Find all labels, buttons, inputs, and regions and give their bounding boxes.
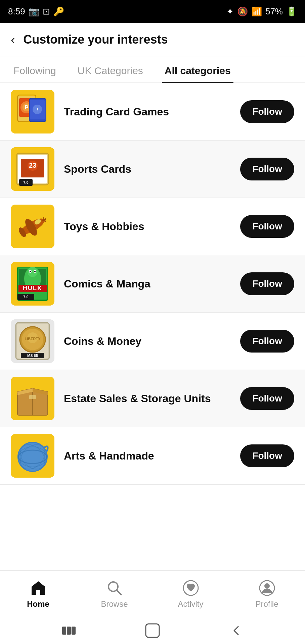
svg-point-34 xyxy=(30,271,31,272)
category-thumb-estate xyxy=(11,377,54,420)
cast-icon: ⊡ xyxy=(43,6,50,17)
back-button[interactable]: ‹ xyxy=(11,33,15,46)
key-icon: 🔑 xyxy=(53,6,64,17)
nav-item-home[interactable]: Home xyxy=(0,576,76,612)
status-left: 8:59 📷 ⊡ 🔑 xyxy=(8,6,64,17)
category-name-arts: Arts & Handmade xyxy=(64,450,240,462)
category-name-estate: Estate Sales & Storage Units xyxy=(64,392,240,405)
bottom-nav: Home Browse Activity Profile xyxy=(0,570,305,617)
svg-text:P: P xyxy=(25,105,29,110)
category-thumb-comics: HULK 7.0 xyxy=(11,262,54,306)
category-name-sports: Sports Cards xyxy=(64,163,240,175)
tab-following[interactable]: Following xyxy=(11,65,59,83)
svg-rect-68 xyxy=(72,627,76,635)
status-bar: 8:59 📷 ⊡ 🔑 ✦ 🔕 📶 57% 🔋 xyxy=(0,0,305,23)
svg-rect-69 xyxy=(146,624,159,637)
battery-text: 57% xyxy=(265,6,283,17)
svg-rect-67 xyxy=(67,627,71,635)
svg-text:7.0: 7.0 xyxy=(23,180,28,184)
follow-button-toys[interactable]: Follow xyxy=(240,215,294,238)
home-button[interactable] xyxy=(144,622,161,639)
nav-label-home: Home xyxy=(27,599,49,609)
list-item: P ! Trading Card Games Follow xyxy=(0,83,305,141)
status-right: ✦ 🔕 📶 57% 🔋 xyxy=(226,6,297,17)
svg-text:LIBERTY: LIBERTY xyxy=(25,337,41,341)
list-item: 23 7.0 Sports Cards Follow xyxy=(0,141,305,198)
category-name-toys: Toys & Hobbies xyxy=(64,220,240,233)
svg-rect-53 xyxy=(29,395,36,399)
follow-button-sports[interactable]: Follow xyxy=(240,158,294,180)
category-thumb-toys xyxy=(11,205,54,248)
svg-point-31 xyxy=(28,267,38,277)
nav-label-profile: Profile xyxy=(255,599,278,609)
bluetooth-icon: ✦ xyxy=(226,6,234,17)
svg-text:7.0: 7.0 xyxy=(23,295,28,299)
search-icon xyxy=(106,579,123,597)
nav-item-activity[interactable]: Activity xyxy=(152,576,229,612)
svg-point-65 xyxy=(264,583,270,589)
list-item: Toys & Hobbies Follow xyxy=(0,198,305,255)
svg-text:23: 23 xyxy=(29,162,36,169)
system-nav-bar xyxy=(0,617,305,644)
list-item: Estate Sales & Storage Units Follow xyxy=(0,370,305,427)
nav-item-profile[interactable]: Profile xyxy=(229,576,305,612)
category-thumb-tcg: P ! xyxy=(11,90,54,133)
svg-text:MS 65: MS 65 xyxy=(27,354,38,358)
follow-button-arts[interactable]: Follow xyxy=(240,444,294,467)
category-thumb-sports: 23 7.0 xyxy=(11,147,54,191)
status-time: 8:59 xyxy=(8,6,25,17)
svg-text:!: ! xyxy=(37,107,38,112)
mute-icon: 🔕 xyxy=(237,6,248,17)
wifi-icon: 📶 xyxy=(251,6,262,17)
heart-icon xyxy=(182,579,200,597)
header: ‹ Customize your interests xyxy=(0,23,305,56)
home-icon xyxy=(30,579,47,597)
back-nav-button[interactable] xyxy=(228,622,245,639)
list-item: LIBERTY MS 65 Coins & Money Follow xyxy=(0,313,305,370)
category-thumb-arts xyxy=(11,434,54,478)
category-list: P ! Trading Card Games Follow 23 xyxy=(0,83,305,570)
tabs-bar: Following UK Categories All categories xyxy=(0,56,305,83)
page-title: Customize your interests xyxy=(23,33,168,47)
battery-icon: 🔋 xyxy=(286,6,297,17)
list-item: HULK 7.0 Comics & Manga Follow xyxy=(0,255,305,313)
follow-button-estate[interactable]: Follow xyxy=(240,387,294,410)
svg-line-62 xyxy=(117,590,121,595)
category-thumb-coins: LIBERTY MS 65 xyxy=(11,319,54,363)
tab-uk-categories[interactable]: UK Categories xyxy=(75,65,146,83)
camera-icon: 📷 xyxy=(29,6,39,17)
tab-all-categories[interactable]: All categories xyxy=(162,65,233,83)
category-name-comics: Comics & Manga xyxy=(64,278,240,290)
recents-button[interactable] xyxy=(60,622,77,639)
follow-button-tcg[interactable]: Follow xyxy=(240,100,294,123)
follow-button-coins[interactable]: Follow xyxy=(240,330,294,353)
category-name-coins: Coins & Money xyxy=(64,335,240,347)
svg-point-35 xyxy=(34,271,36,272)
category-name-tcg: Trading Card Games xyxy=(64,106,240,118)
nav-label-browse: Browse xyxy=(101,599,128,609)
list-item: Arts & Handmade Follow xyxy=(0,427,305,485)
person-icon xyxy=(258,579,276,597)
follow-button-comics[interactable]: Follow xyxy=(240,272,294,295)
nav-label-activity: Activity xyxy=(178,599,203,609)
nav-item-browse[interactable]: Browse xyxy=(76,576,152,612)
svg-text:HULK: HULK xyxy=(23,285,42,291)
svg-rect-66 xyxy=(62,627,66,635)
